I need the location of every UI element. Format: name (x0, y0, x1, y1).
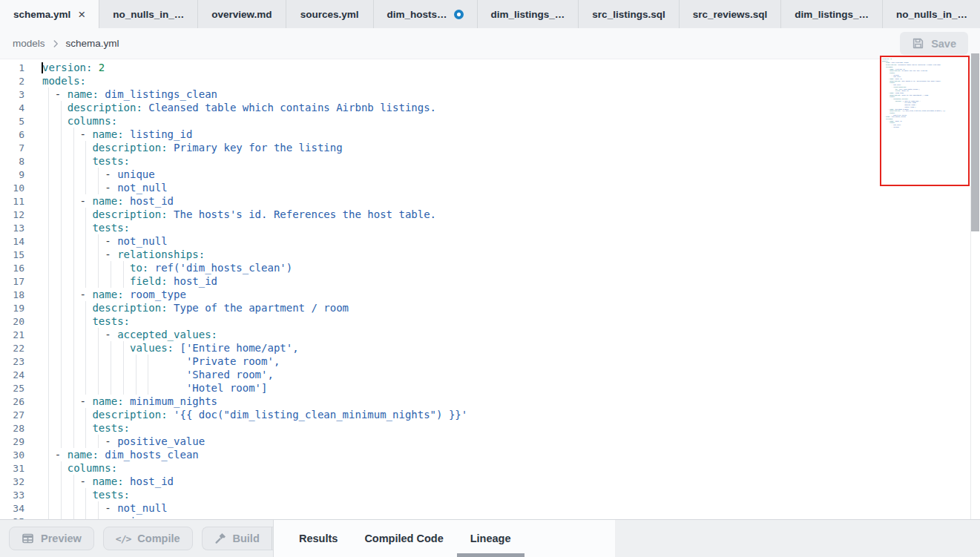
result-panel-tabs: ResultsCompiled CodeLineage (274, 520, 615, 557)
save-button-label: Save (931, 38, 956, 50)
code-line[interactable]: 14 - not_null (0, 234, 980, 248)
breadcrumb-item-models[interactable]: models (13, 38, 45, 49)
button-label: Preview (41, 533, 82, 544)
code-line[interactable]: 3 - name: dim_listings_clean (0, 88, 980, 101)
open-file-tabs: schema.yml×no_nulls_in_…overview.mdsourc… (0, 0, 980, 28)
code-line[interactable]: 35 - unique (882, 126, 970, 128)
tab-label: dim_hosts… (387, 9, 447, 20)
tab-label: dim_listings_… (491, 9, 565, 20)
code-line[interactable]: 20 tests: (0, 314, 980, 328)
panel-tab-results[interactable]: Results (286, 520, 351, 557)
line-number: 23 (0, 355, 24, 369)
line-number: 2 (0, 75, 24, 88)
minimap[interactable]: 1version: 22models:3 - name: dim_listing… (880, 56, 970, 186)
button-label: Build (233, 533, 260, 544)
panel-tab-label: Compiled Code (364, 533, 443, 544)
bottom-bar: Preview</>CompileBuild ResultsCompiled C… (0, 519, 980, 557)
code-line[interactable]: 5 columns: (0, 114, 980, 128)
code-line[interactable]: 4 description: Cleansed table which cont… (0, 101, 980, 114)
tab-dim-listings[interactable]: dim_listings_… (478, 0, 579, 28)
tab-sources-yml[interactable]: sources.yml (286, 0, 374, 28)
code-line[interactable]: 6 - name: listing_id (0, 128, 980, 141)
editor-scrollbar[interactable] (970, 59, 980, 519)
code-line[interactable]: 22 values: ['Entire home/apt', (0, 341, 980, 355)
line-number: 32 (0, 475, 24, 489)
tab-no-nulls-in[interactable]: no_nulls_in_… (99, 0, 198, 28)
tab-src-reviews-sql[interactable]: src_reviews.sql (680, 0, 782, 28)
line-number: 19 (0, 302, 24, 315)
tab-no-nulls-in[interactable]: no_nulls_in_… (883, 0, 980, 28)
code-line[interactable]: 24 'Shared room', (0, 368, 980, 381)
table-icon (22, 533, 34, 544)
code-line[interactable]: 1version: 2 (0, 61, 980, 74)
breadcrumb-row: models schema.yml Save (0, 28, 980, 59)
panel-tab-compiled-code[interactable]: Compiled Code (351, 520, 456, 557)
ide-window: schema.yml×no_nulls_in_…overview.mdsourc… (0, 0, 980, 557)
code-line[interactable]: 28 tests: (0, 421, 980, 435)
line-number: 33 (0, 489, 24, 502)
line-number: 10 (0, 182, 24, 195)
code-scroll-area[interactable]: 1version: 22models:3 - name: dim_listing… (0, 59, 980, 519)
code-line[interactable]: 29 - positive_value (0, 435, 980, 448)
code-line[interactable]: 10 - not_null (0, 181, 980, 194)
code-line[interactable]: 7 description: Primary key for the listi… (0, 141, 980, 154)
tab-label: schema.yml (13, 9, 70, 20)
code-editor[interactable]: 1version: 22models:3 - name: dim_listing… (0, 59, 980, 519)
code-line[interactable]: 2models: (0, 74, 980, 88)
scrollbar-thumb[interactable] (971, 53, 979, 231)
line-number: 8 (0, 155, 24, 168)
hammer-icon (214, 533, 226, 544)
code-line[interactable]: 15 - relationships: (0, 248, 980, 261)
code-line[interactable]: 12 description: The hosts's id. Referenc… (0, 208, 980, 221)
tab-dim-listings[interactable]: dim_listings_… (781, 0, 883, 28)
panel-tab-label: Lineage (470, 533, 511, 544)
close-tab-icon[interactable]: × (78, 8, 85, 21)
code-line[interactable]: 34 - not_null (0, 501, 980, 515)
code-line[interactable]: 18 - name: room_type (0, 288, 980, 301)
line-number: 7 (0, 142, 24, 155)
breadcrumb-item-file[interactable]: schema.yml (66, 38, 119, 49)
line-number: 5 (0, 115, 24, 128)
code-line[interactable]: 25 'Hotel room'] (0, 381, 980, 395)
code-line[interactable]: 17 field: host_id (0, 274, 980, 288)
tab-dim-hosts[interactable]: dim_hosts… (374, 0, 478, 28)
line-number: 29 (0, 435, 24, 449)
code-line[interactable]: 26 - name: minimum_nights (0, 395, 980, 408)
line-number: 17 (0, 275, 24, 289)
modified-indicator-icon (454, 10, 464, 19)
tab-src-listings-sql[interactable]: src_listings.sql (579, 0, 679, 28)
line-number: 13 (0, 222, 24, 235)
code-line[interactable]: 30 - name: dim_hosts_clean (0, 448, 980, 461)
line-number: 14 (0, 235, 24, 248)
code-line[interactable]: 33 tests: (0, 488, 980, 501)
code-line[interactable]: 8 tests: (0, 154, 980, 168)
code-line[interactable]: 19 description: Type of the apartment / … (0, 301, 980, 314)
line-number: 35 (0, 515, 24, 519)
code-line[interactable]: 32 - name: host_id (0, 475, 980, 488)
code-line[interactable]: 31 columns: (0, 461, 980, 475)
code-line[interactable]: 13 tests: (0, 221, 980, 234)
compile-button[interactable]: </>Compile (103, 527, 193, 550)
tab-schema-yml[interactable]: schema.yml× (0, 0, 99, 28)
line-number: 15 (0, 248, 24, 262)
build-button[interactable]: Build (202, 527, 272, 550)
code-line[interactable]: 27 description: '{{ doc("dim_listing_cle… (0, 408, 980, 421)
code-line[interactable]: 35 - unique (0, 515, 980, 519)
line-number: 9 (0, 168, 24, 182)
line-number: 4 (0, 102, 24, 115)
line-number: 26 (0, 395, 24, 409)
line-number: 31 (0, 462, 24, 475)
panel-tab-lineage[interactable]: Lineage (457, 520, 524, 557)
text-cursor (42, 62, 43, 73)
code-icon: </> (116, 533, 131, 544)
code-line[interactable]: 16 to: ref('dim_hosts_clean') (0, 261, 980, 274)
code-line[interactable]: 9 - unique (0, 168, 980, 181)
code-line[interactable]: 23 'Private room', (0, 355, 980, 368)
code-line[interactable]: 11 - name: host_id (0, 194, 980, 208)
preview-button[interactable]: Preview (9, 527, 94, 550)
save-button[interactable]: Save (900, 32, 968, 55)
line-number: 22 (0, 342, 24, 355)
code-line[interactable]: 21 - accepted_values: (0, 328, 980, 341)
tab-overview-md[interactable]: overview.md (198, 0, 286, 28)
bottom-bar-filler (615, 520, 980, 557)
